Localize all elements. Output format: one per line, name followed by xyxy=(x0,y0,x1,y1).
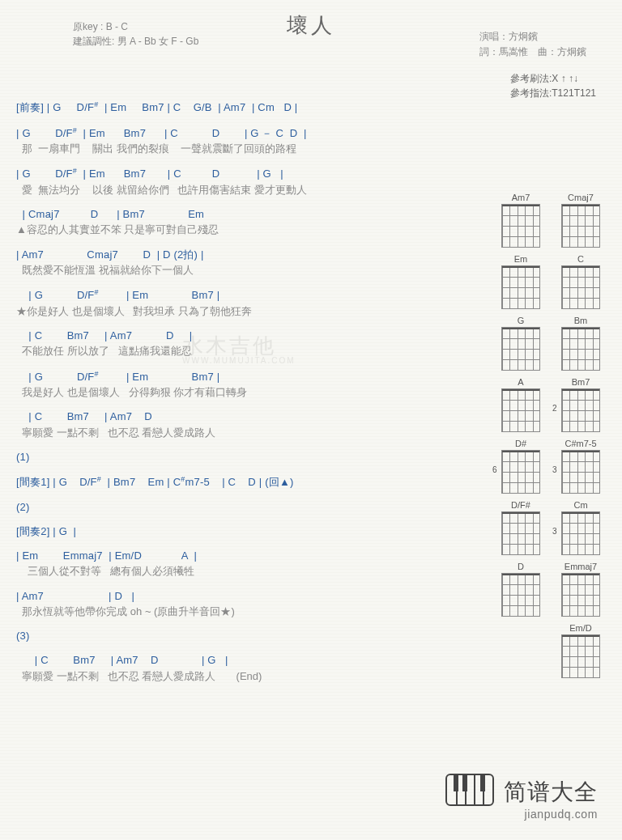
line-block: | Am7 | D | 那永恆就等他帶你完成 oh ~ (原曲升半音回★) xyxy=(16,590,470,619)
fretboard-icon xyxy=(561,265,600,309)
logo-text: 简谱大全 xyxy=(504,779,598,804)
chord-name: Em xyxy=(497,254,544,264)
chord-line: | Cmaj7 D | Bm7 Em xyxy=(16,208,470,221)
piano-icon xyxy=(445,774,494,806)
line-block: (1) xyxy=(16,451,470,464)
chord-name: D/F# xyxy=(497,500,544,510)
chord-line: | Am7 | D | xyxy=(16,590,470,603)
line-block: [間奏1] | G D/F# | Bm7 Em | C#m7-5 | C D |… xyxy=(16,475,470,490)
fretboard-icon xyxy=(501,388,540,432)
chord-diagram: Bm72 xyxy=(557,377,604,432)
lyric-line: 那永恆就等他帶你完成 oh ~ (原曲升半音回★) xyxy=(16,605,470,618)
meta-left: 原key : B - C 建議調性: 男 A - Bb 女 F - Gb xyxy=(73,19,198,49)
lyrics-content: [前奏] | G D/F# | Em Bm7 | C G/B | Am7 | C… xyxy=(16,100,470,683)
line-block: | G D/F# | Em Bm7 | 我是好人 也是個壞人 分得夠狠 你才有藉… xyxy=(16,370,470,400)
lyric-line: ★你是好人 也是個壞人 對我坦承 只為了朝他狂奔 xyxy=(16,305,470,318)
fret-number: 2 xyxy=(552,404,557,413)
chord-diagram: Bm xyxy=(557,316,604,371)
singer: 演唱：方炯鑌 xyxy=(479,29,586,45)
chord-name: Cm xyxy=(557,500,604,510)
lyric-line: 愛 無法均分 以後 就留給你們 也許用傷害結束 愛才更動人 xyxy=(16,184,470,197)
chord-line: | G D/F# | Em Bm7 | xyxy=(16,288,470,303)
chord-diagram: Em xyxy=(497,254,544,309)
fretboard-icon xyxy=(501,327,540,371)
line-block: | C Bm7 | Am7 D 寧願愛 一點不剩 也不忍 看戀人愛成路人 xyxy=(16,410,470,439)
line-block: | G D/F# | Em Bm7 | C D | G | 愛 無法均分 以後 … xyxy=(16,167,470,197)
chord-line: (1) xyxy=(16,451,470,464)
lyric-line: 既然愛不能恆溫 祝福就給你下一個人 xyxy=(16,264,470,277)
chord-name: Bm7 xyxy=(557,377,604,387)
strum-pattern: 參考刷法:X ↑ ↑↓ xyxy=(510,71,596,86)
chord-diagram: D#6 xyxy=(497,439,544,494)
chord-line: (3) xyxy=(16,630,470,643)
credits: 詞：馬嵩惟 曲：方炯鑌 xyxy=(479,45,586,60)
chord-line: | C Bm7 | Am7 D xyxy=(16,410,470,423)
fretboard-icon xyxy=(561,204,600,248)
lyric-line: 我是好人 也是個壞人 分得夠狠 你才有藉口轉身 xyxy=(16,386,470,399)
fretboard-icon: 2 xyxy=(561,388,600,432)
chord-name: Bm xyxy=(557,316,604,325)
watermark-url: WWW.MUMUJITA.COM xyxy=(182,356,296,365)
chord-line: [間奏2] | G | xyxy=(16,525,470,538)
lyric-line: 三個人從不對等 總有個人必須犧牲 xyxy=(16,565,470,578)
line-block: (3) xyxy=(16,630,470,643)
chord-diagram: Em/D xyxy=(557,623,604,678)
fretboard-icon xyxy=(561,573,600,617)
chord-name: C#m7-5 xyxy=(557,439,604,448)
chord-diagram: Cm3 xyxy=(557,500,604,555)
chord-line: [間奏1] | G D/F# | Bm7 Em | C#m7-5 | C D |… xyxy=(16,475,470,490)
original-key: 原key : B - C xyxy=(73,19,198,34)
fretboard-icon xyxy=(501,204,540,248)
fretboard-icon: 6 xyxy=(501,450,540,494)
line-block: [間奏2] | G | xyxy=(16,525,470,538)
fretboard-icon xyxy=(501,573,540,617)
chord-name: C xyxy=(557,254,604,264)
line-block: | Em Emmaj7 | Em/D A | 三個人從不對等 總有個人必須犧牲 xyxy=(16,549,470,579)
chord-name: Cmaj7 xyxy=(557,193,604,202)
chord-diagram: C#m7-53 xyxy=(557,439,604,494)
chord-diagram: Cmaj7 xyxy=(557,193,604,248)
line-block: | G D/F# | Em Bm7 | C D | G － C D | 那 一扇… xyxy=(16,126,470,156)
strum-guide: 參考刷法:X ↑ ↑↓ 參考指法:T121T121 xyxy=(510,71,596,100)
lyric-line: 寧願愛 一點不剩 也不忍 看戀人愛成路人 xyxy=(16,426,470,439)
fretboard-icon xyxy=(561,634,600,678)
line-block: | C Bm7 | Am7 D | G | 寧願愛 一點不剩 也不忍 看戀人愛成… xyxy=(16,654,470,683)
suggested-key: 建議調性: 男 A - Bb 女 F - Gb xyxy=(73,34,198,49)
fretboard-icon: 3 xyxy=(561,450,600,494)
chord-line: | G D/F# | Em Bm7 | C D | G － C D | xyxy=(16,126,470,141)
chord-line: | G D/F# | Em Bm7 | xyxy=(16,370,470,384)
chord-diagram: G xyxy=(497,316,544,371)
line-block: | Cmaj7 D | Bm7 Em▲容忍的人其實並不笨 只是寧可對自己殘忍 xyxy=(16,208,470,237)
site-logo: 简谱大全 jianpudq.com xyxy=(445,774,598,821)
chord-diagram: C xyxy=(557,254,604,309)
chord-line: (2) xyxy=(16,501,470,514)
chord-diagram: Emmaj7 xyxy=(557,562,604,617)
chord-name: Em/D xyxy=(557,623,604,633)
chord-line: | C Bm7 | Am7 D | G | xyxy=(16,654,470,667)
chord-line: | Am7 Cmaj7 D | D (2拍) | xyxy=(16,248,470,261)
lyric-line: 那 一扇車門 關出 我們的裂痕 一聲就震斷了回頭的路程 xyxy=(16,142,470,155)
chord-name: Emmaj7 xyxy=(557,562,604,571)
chord-diagram: D xyxy=(497,562,544,617)
chord-name: D xyxy=(497,562,544,571)
chord-diagram: A xyxy=(497,377,544,432)
page: 壞人 原key : B - C 建議調性: 男 A - Bb 女 F - Gb … xyxy=(0,0,622,840)
fret-number: 6 xyxy=(492,465,497,474)
logo-url: jianpudq.com xyxy=(525,808,598,821)
chord-line: | Em Emmaj7 | Em/D A | xyxy=(16,549,470,562)
chord-diagram: D/F# xyxy=(497,500,544,555)
lyric-line: 寧願愛 一點不剩 也不忍 看戀人愛成路人 (End) xyxy=(16,670,470,683)
chord-name: Am7 xyxy=(497,193,544,202)
fretboard-icon xyxy=(501,511,540,555)
chord-line: [前奏] | G D/F# | Em Bm7 | C G/B | Am7 | C… xyxy=(16,100,470,115)
line-block: | G D/F# | Em Bm7 |★你是好人 也是個壞人 對我坦承 只為了朝… xyxy=(16,288,470,318)
chord-name: G xyxy=(497,316,544,325)
fret-number: 3 xyxy=(552,465,557,474)
fret-number: 3 xyxy=(552,527,557,536)
chord-diagram: Am7 xyxy=(497,193,544,248)
fretboard-icon xyxy=(561,327,600,371)
chord-name: D# xyxy=(497,439,544,448)
chord-line: | G D/F# | Em Bm7 | C D | G | xyxy=(16,167,470,181)
line-block: | Am7 Cmaj7 D | D (2拍) | 既然愛不能恆溫 祝福就給你下一… xyxy=(16,248,470,278)
lyric-line: ▲容忍的人其實並不笨 只是寧可對自己殘忍 xyxy=(16,223,470,236)
